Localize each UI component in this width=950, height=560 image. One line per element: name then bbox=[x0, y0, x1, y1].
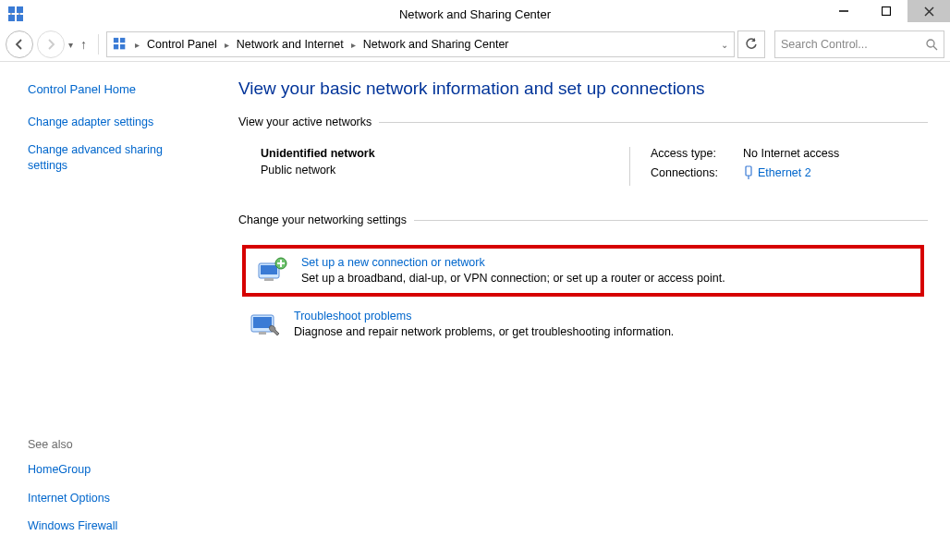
system-buttons bbox=[822, 0, 950, 22]
separator bbox=[98, 34, 99, 55]
task-title[interactable]: Set up a new connection or network bbox=[301, 256, 725, 269]
breadcrumb-icon bbox=[113, 37, 128, 52]
svg-rect-1 bbox=[17, 6, 23, 13]
page-title: View your basic network information and … bbox=[238, 79, 928, 99]
network-type: Public network bbox=[261, 164, 629, 177]
recent-dropdown-icon[interactable]: ▾ bbox=[68, 40, 73, 50]
svg-rect-12 bbox=[114, 44, 118, 49]
svg-rect-19 bbox=[261, 265, 277, 274]
troubleshoot-icon bbox=[248, 310, 281, 339]
see-also-link[interactable]: Internet Options bbox=[28, 491, 201, 505]
svg-rect-10 bbox=[114, 38, 118, 43]
sidebar-link[interactable]: Change adapter settings bbox=[28, 115, 201, 129]
control-panel-home-link[interactable]: Control Panel Home bbox=[28, 82, 201, 96]
breadcrumb-item[interactable]: Control Panel bbox=[147, 38, 217, 51]
network-details: Access type: No Internet access Connecti… bbox=[629, 147, 928, 186]
svg-rect-11 bbox=[120, 38, 125, 43]
forward-button[interactable] bbox=[37, 30, 65, 58]
see-also-label: See also bbox=[28, 438, 201, 451]
svg-rect-3 bbox=[17, 15, 23, 21]
task-setup-connection[interactable]: Set up a new connection or network Set u… bbox=[242, 245, 924, 297]
network-name: Unidentified network bbox=[261, 147, 375, 160]
setup-connection-icon bbox=[255, 256, 288, 286]
sidebar: Control Panel Home Change adapter settin… bbox=[0, 62, 216, 560]
back-button[interactable] bbox=[6, 30, 33, 58]
search-input[interactable]: Search Control... bbox=[774, 30, 944, 58]
active-network-row: Unidentified network Public network Acce… bbox=[238, 147, 928, 186]
see-also-link[interactable]: HomeGroup bbox=[28, 462, 201, 477]
task-desc: Diagnose and repair network problems, or… bbox=[294, 325, 674, 338]
task-text: Set up a new connection or network Set u… bbox=[301, 256, 725, 285]
minimize-button[interactable] bbox=[822, 0, 865, 22]
svg-line-15 bbox=[933, 46, 937, 50]
svg-rect-13 bbox=[120, 44, 125, 49]
section-label: View your active networks bbox=[238, 116, 371, 128]
access-type-label: Access type: bbox=[651, 147, 743, 160]
window: Network and Sharing Center ▾ ↑ bbox=[0, 0, 950, 560]
svg-rect-26 bbox=[259, 332, 266, 335]
breadcrumb-dropdown-icon[interactable]: ⌄ bbox=[715, 40, 734, 50]
refresh-button[interactable] bbox=[737, 30, 765, 58]
connection-link[interactable]: Ethernet 2 bbox=[758, 165, 811, 180]
task-text: Troubleshoot problems Diagnose and repai… bbox=[294, 310, 674, 338]
svg-rect-25 bbox=[253, 317, 272, 328]
up-button[interactable]: ↑ bbox=[77, 37, 91, 52]
breadcrumb-bar[interactable]: ▸ Control Panel ▸ Network and Internet ▸… bbox=[106, 31, 735, 57]
body: Control Panel Home Change adapter settin… bbox=[0, 62, 950, 560]
section-label: Change your networking settings bbox=[238, 213, 407, 226]
chevron-right-icon[interactable]: ▸ bbox=[135, 40, 140, 50]
svg-rect-7 bbox=[883, 7, 891, 16]
breadcrumb-item[interactable]: Network and Internet bbox=[237, 38, 344, 51]
divider bbox=[414, 220, 928, 221]
search-icon bbox=[926, 39, 938, 51]
breadcrumb-item[interactable]: Network and Sharing Center bbox=[363, 38, 509, 51]
close-button[interactable] bbox=[907, 0, 950, 22]
main-panel: View your basic network information and … bbox=[216, 62, 950, 560]
svg-rect-16 bbox=[746, 166, 751, 176]
section-change-settings: Change your networking settings bbox=[238, 213, 928, 226]
svg-rect-20 bbox=[264, 278, 274, 281]
sidebar-link[interactable]: Change advanced sharing settings bbox=[28, 142, 194, 173]
task-troubleshoot[interactable]: Troubleshoot problems Diagnose and repai… bbox=[238, 302, 928, 347]
chevron-right-icon[interactable]: ▸ bbox=[351, 40, 356, 50]
search-placeholder: Search Control... bbox=[781, 38, 868, 51]
divider bbox=[379, 122, 928, 123]
svg-point-14 bbox=[927, 40, 934, 47]
see-also-link[interactable]: Windows Firewall bbox=[28, 518, 201, 533]
maximize-button[interactable] bbox=[865, 0, 907, 22]
chevron-right-icon[interactable]: ▸ bbox=[225, 40, 229, 50]
task-title[interactable]: Troubleshoot problems bbox=[294, 310, 674, 323]
svg-rect-2 bbox=[8, 15, 15, 21]
connections-label: Connections: bbox=[651, 166, 743, 179]
ethernet-icon bbox=[743, 165, 754, 180]
app-icon bbox=[7, 6, 24, 22]
task-desc: Set up a broadband, dial-up, or VPN conn… bbox=[301, 272, 725, 285]
access-type-value: No Internet access bbox=[743, 147, 839, 160]
section-active-networks: View your active networks bbox=[238, 116, 928, 128]
title-bar: Network and Sharing Center bbox=[0, 0, 950, 28]
network-identity: Unidentified network Public network bbox=[261, 147, 629, 186]
nav-bar: ▾ ↑ ▸ Control Panel ▸ Network and Intern… bbox=[0, 28, 950, 62]
window-title: Network and Sharing Center bbox=[0, 7, 950, 21]
svg-rect-0 bbox=[8, 6, 15, 13]
